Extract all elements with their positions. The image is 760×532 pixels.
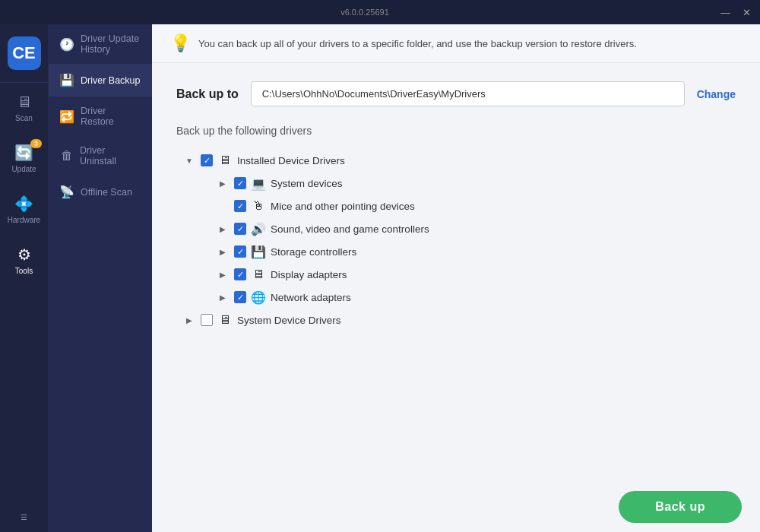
sound-icon: 🔊 [251, 221, 266, 236]
expand-sound-icon[interactable] [216, 222, 230, 236]
tree-item-system-devices[interactable]: ✓ 💻 System devices [216, 172, 736, 195]
sound-label: Sound, video and game controllers [271, 223, 429, 235]
backup-to-label: Back up to [176, 87, 239, 101]
tree-item-installed-device-drivers[interactable]: ✓ 🖥 Installed Device Drivers [182, 149, 736, 172]
backup-button[interactable]: Back up [619, 491, 742, 523]
backup-to-row: Back up to C:\Users\OhhNo\Documents\Driv… [176, 81, 736, 106]
info-icon: 💡 [170, 33, 191, 53]
system-drivers-label: System Device Drivers [237, 315, 341, 326]
network-icon: 🌐 [251, 290, 266, 305]
tree-item-mice[interactable]: ✓ 🖱 Mice and other pointing devices [216, 195, 736, 217]
expand-display-icon[interactable] [216, 268, 230, 281]
menu-item-driver-backup[interactable]: 💾 Driver Backup [49, 64, 152, 97]
backup-path-input[interactable]: C:\Users\OhhNo\Documents\DriverEasy\MyDr… [251, 81, 685, 106]
tree-item-sound[interactable]: ✓ 🔊 Sound, video and game controllers [216, 217, 736, 240]
expand-system-drivers-icon[interactable] [182, 313, 196, 327]
checkbox-sound[interactable]: ✓ [234, 223, 246, 235]
installed-device-label: Installed Device Drivers [237, 155, 345, 166]
hamburger-icon: ☰ [21, 513, 27, 521]
menu-item-driver-update-history[interactable]: 🕐 Driver Update History [49, 24, 152, 64]
tree-item-system-device-drivers[interactable]: 🖥 System Device Drivers [182, 309, 736, 331]
checkbox-system-drivers[interactable] [201, 314, 213, 326]
offline-scan-icon: 📡 [59, 185, 74, 199]
scan-label: Scan [15, 114, 33, 122]
history-label: Driver Update History [81, 33, 141, 55]
vertical-nav: CE 🖥 Scan 3 🔄 Update 💠 Hardware ⚙ Tools [0, 24, 49, 532]
tree-item-display[interactable]: ✓ 🖥 Display adapters [216, 263, 736, 286]
bottom-menu-icon[interactable]: ☰ [0, 502, 48, 532]
offline-scan-label: Offline Scan [81, 187, 132, 198]
sidebar-item-update[interactable]: 3 🔄 Update [0, 133, 48, 184]
storage-label: Storage controllers [271, 246, 356, 258]
system-devices-label: System devices [271, 178, 343, 189]
content-area: Back up to C:\Users\OhhNo\Documents\Driv… [152, 63, 760, 482]
expand-system-icon[interactable] [216, 176, 230, 190]
menu-item-driver-uninstall[interactable]: 🗑 Driver Uninstall [49, 136, 152, 176]
sidebar-item-hardware[interactable]: 💠 Hardware [0, 184, 48, 235]
expand-network-icon[interactable] [216, 290, 230, 304]
hardware-icon: 💠 [14, 195, 33, 213]
installed-device-icon: 🖥 [217, 153, 233, 168]
checkbox-network[interactable]: ✓ [234, 291, 246, 303]
checkbox-display[interactable]: ✓ [234, 268, 246, 280]
checkbox-mice[interactable]: ✓ [234, 200, 246, 212]
section-title: Back up the following drivers [176, 125, 736, 137]
tree-children-installed: ✓ 💻 System devices ✓ 🖱 Mice and other po… [182, 172, 736, 309]
checkbox-storage[interactable]: ✓ [234, 245, 246, 258]
sidebar-item-scan[interactable]: 🖥 Scan [0, 83, 48, 133]
bottom-bar: Back up [152, 482, 760, 532]
checkbox-system-devices[interactable]: ✓ [234, 177, 246, 189]
checkbox-installed[interactable]: ✓ [201, 154, 213, 166]
hardware-label: Hardware [8, 216, 40, 224]
tools-icon: ⚙ [17, 245, 31, 264]
network-label: Network adapters [271, 292, 351, 303]
tree-container: ✓ 🖥 Installed Device Drivers ✓ 💻 System … [176, 149, 736, 331]
backup-label: Driver Backup [81, 75, 141, 86]
window-controls: — ✕ [720, 7, 751, 18]
full-sidebar: CE 🖥 Scan 3 🔄 Update 💠 Hardware ⚙ Tools [0, 24, 152, 532]
minimize-button[interactable]: — [720, 7, 730, 18]
tree-item-network[interactable]: ✓ 🌐 Network adapters [216, 286, 736, 309]
info-text: You can back up all of your drivers to a… [198, 38, 637, 49]
uninstall-icon: 🗑 [59, 149, 74, 163]
restore-icon: 🔁 [59, 109, 74, 124]
sub-menu: 🕐 Driver Update History 💾 Driver Backup … [49, 24, 152, 532]
display-label: Display adapters [271, 269, 347, 280]
close-button[interactable]: ✕ [743, 7, 751, 18]
tree-item-storage[interactable]: ✓ 💾 Storage controllers [216, 240, 736, 263]
app-body: CE 🖥 Scan 3 🔄 Update 💠 Hardware ⚙ Tools [0, 24, 760, 532]
main-content: 💡 You can back up all of your drivers to… [152, 24, 760, 532]
storage-icon: 💾 [251, 244, 266, 259]
app-logo: CE [8, 36, 41, 70]
version-label: v6.0.0.25691 [340, 8, 389, 17]
sidebar-item-tools[interactable]: ⚙ Tools [0, 235, 48, 286]
mice-label: Mice and other pointing devices [271, 201, 415, 212]
menu-item-driver-restore[interactable]: 🔁 Driver Restore [49, 97, 152, 136]
scan-icon: 🖥 [17, 93, 32, 111]
update-label: Update [11, 165, 36, 173]
expand-installed-icon[interactable] [182, 154, 196, 167]
uninstall-label: Driver Uninstall [80, 145, 141, 166]
history-icon: 🕐 [59, 37, 74, 52]
display-icon: 🖥 [251, 267, 266, 282]
restore-label: Driver Restore [81, 106, 141, 127]
change-button[interactable]: Change [697, 88, 736, 100]
tools-label: Tools [15, 267, 33, 275]
backup-icon: 💾 [59, 73, 74, 87]
title-bar: v6.0.0.25691 — ✕ [0, 0, 760, 24]
info-bar: 💡 You can back up all of your drivers to… [152, 24, 760, 63]
update-badge: 3 [30, 139, 42, 148]
menu-item-offline-scan[interactable]: 📡 Offline Scan [49, 176, 152, 208]
mice-icon: 🖱 [251, 198, 266, 214]
expand-storage-icon[interactable] [216, 245, 230, 258]
logo-area: CE [0, 24, 48, 83]
system-devices-icon: 💻 [251, 176, 266, 191]
system-drivers-icon: 🖥 [217, 312, 233, 328]
